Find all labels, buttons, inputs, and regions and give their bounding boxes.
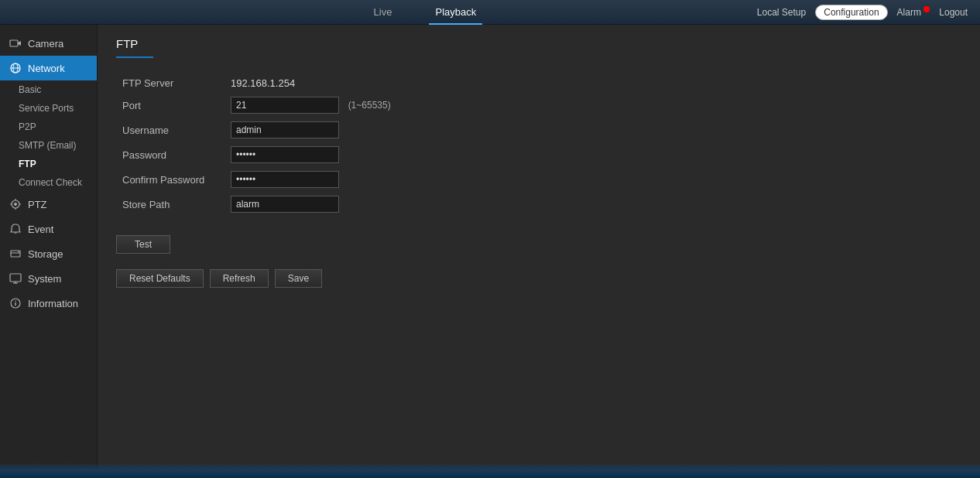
sidebar-item-information[interactable]: Information xyxy=(0,291,97,316)
sidebar-camera-label: Camera xyxy=(28,38,63,50)
topbar: Live Playback Local Setup Configuration … xyxy=(0,0,980,25)
sidebar-sub-p2p[interactable]: P2P xyxy=(0,118,97,136)
sidebar: Camera Network Basic Service Ports P2P S… xyxy=(0,25,98,478)
refresh-button[interactable]: Refresh xyxy=(210,269,269,288)
sidebar-item-camera[interactable]: Camera xyxy=(0,31,97,56)
svg-point-14 xyxy=(18,251,19,253)
test-button[interactable]: Test xyxy=(116,235,170,254)
password-label: Password xyxy=(116,142,224,167)
bottom-bar xyxy=(0,463,980,478)
svg-rect-15 xyxy=(10,274,21,282)
username-input[interactable] xyxy=(231,121,339,138)
svg-rect-0 xyxy=(10,40,18,46)
system-icon xyxy=(9,272,22,285)
action-buttons: Reset Defaults Refresh Save xyxy=(116,269,961,288)
network-sub-items: Basic Service Ports P2P SMTP (Email) FTP… xyxy=(0,80,97,192)
username-label: Username xyxy=(116,118,224,142)
sidebar-item-system[interactable]: System xyxy=(0,266,97,291)
store-path-label: Store Path xyxy=(116,192,224,217)
sidebar-sub-ftp[interactable]: FTP xyxy=(0,155,97,173)
storage-icon xyxy=(9,248,22,260)
network-icon xyxy=(9,62,22,74)
port-label: Port xyxy=(116,93,224,118)
information-icon xyxy=(9,297,22,309)
port-input[interactable] xyxy=(231,97,339,114)
username-row: Username xyxy=(116,118,397,142)
local-setup-link[interactable]: Local Setup xyxy=(757,7,806,18)
ftp-server-value: 192.168.1.254 xyxy=(224,73,397,93)
topbar-right: Local Setup Configuration Alarm Logout xyxy=(757,5,980,20)
camera-icon xyxy=(9,37,22,50)
ftp-server-row: FTP Server 192.168.1.254 xyxy=(116,73,397,93)
sidebar-network-label: Network xyxy=(28,63,65,74)
sidebar-item-ptz[interactable]: PTZ xyxy=(0,192,97,217)
reset-defaults-button[interactable]: Reset Defaults xyxy=(116,269,204,288)
confirm-password-row: Confirm Password xyxy=(116,167,397,192)
topbar-nav: Live Playback xyxy=(93,0,757,25)
sidebar-event-label: Event xyxy=(28,224,53,235)
password-input[interactable] xyxy=(231,146,339,163)
confirm-password-label: Confirm Password xyxy=(116,167,224,192)
main-layout: Camera Network Basic Service Ports P2P S… xyxy=(0,25,980,478)
event-icon xyxy=(9,223,22,235)
sidebar-item-storage[interactable]: Storage xyxy=(0,241,97,266)
sidebar-system-label: System xyxy=(28,273,61,285)
page-title: FTP xyxy=(116,37,153,58)
sidebar-information-label: Information xyxy=(28,298,78,309)
sidebar-sub-smtp[interactable]: SMTP (Email) xyxy=(0,136,97,155)
sidebar-item-event[interactable]: Event xyxy=(0,217,97,241)
alarm-badge xyxy=(923,6,930,12)
store-path-row: Store Path xyxy=(116,192,397,217)
ftp-form: FTP Server 192.168.1.254 Port (1~65535) … xyxy=(116,73,397,217)
save-button[interactable]: Save xyxy=(275,269,322,288)
ptz-icon xyxy=(9,198,22,210)
svg-point-6 xyxy=(14,203,17,206)
alarm-link[interactable]: Alarm xyxy=(897,7,930,18)
sidebar-ptz-label: PTZ xyxy=(28,199,47,210)
ftp-server-label: FTP Server xyxy=(116,73,224,93)
logout-link[interactable]: Logout xyxy=(939,7,968,18)
password-row: Password xyxy=(116,142,397,167)
sidebar-sub-service-ports[interactable]: Service Ports xyxy=(0,99,97,118)
svg-marker-1 xyxy=(18,41,21,46)
test-btn-container: Test xyxy=(116,226,961,257)
configuration-button[interactable]: Configuration xyxy=(815,5,887,20)
confirm-password-input[interactable] xyxy=(231,171,339,188)
content-area: FTP FTP Server 192.168.1.254 Port (1~655… xyxy=(98,25,980,478)
svg-point-20 xyxy=(15,300,16,302)
store-path-input[interactable] xyxy=(231,196,339,213)
sidebar-sub-basic[interactable]: Basic xyxy=(0,80,97,99)
port-hint: (1~65535) xyxy=(348,100,391,111)
nav-live[interactable]: Live xyxy=(368,0,399,25)
sidebar-storage-label: Storage xyxy=(28,248,63,260)
port-row: Port (1~65535) xyxy=(116,93,397,118)
sidebar-sub-connect-check[interactable]: Connect Check xyxy=(0,173,97,192)
sidebar-item-network[interactable]: Network xyxy=(0,56,97,80)
nav-playback[interactable]: Playback xyxy=(429,0,482,25)
